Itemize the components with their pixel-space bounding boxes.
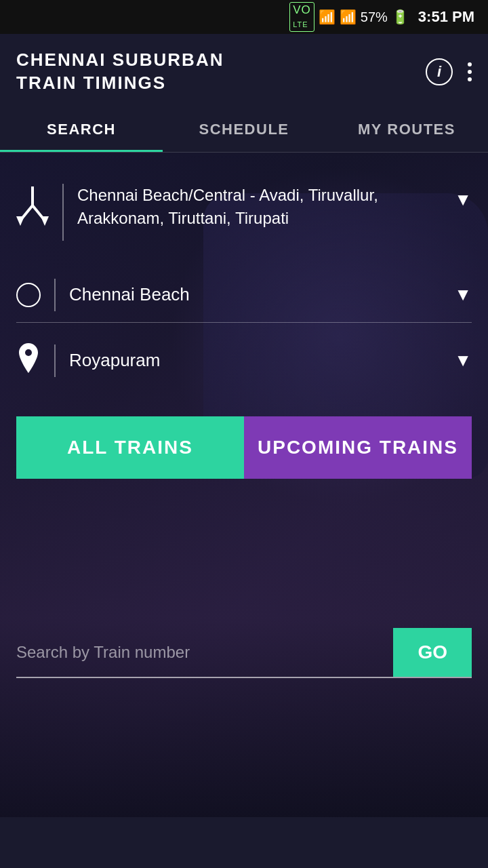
svg-marker-4 — [41, 216, 49, 226]
signal-bars-1: 📶 — [319, 9, 336, 25]
route-divider — [62, 184, 64, 241]
tab-bar: SEARCH SCHEDULE MY ROUTES — [0, 107, 488, 153]
train-number-input[interactable] — [16, 632, 393, 673]
tab-schedule[interactable]: SCHEDULE — [163, 107, 325, 152]
to-station-icon — [16, 343, 41, 378]
app-header: CHENNAI SUBURBAN TRAIN TIMINGS i — [0, 34, 488, 107]
app-title: CHENNAI SUBURBAN TRAIN TIMINGS — [16, 49, 224, 95]
signal-bars-2: 📶 — [340, 9, 357, 25]
dot-2 — [468, 70, 472, 74]
header-actions: i — [426, 58, 472, 85]
more-menu-button[interactable] — [468, 62, 472, 81]
dot-3 — [468, 77, 472, 81]
battery-icon: 🔋 — [392, 9, 409, 25]
upcoming-trains-button[interactable]: UPCOMING TRAINS — [244, 416, 472, 479]
go-button[interactable]: GO — [393, 628, 472, 677]
network-indicator: VOLTE — [289, 2, 314, 32]
time-display: 3:51 PM — [418, 8, 474, 26]
route-selector[interactable]: Chennai Beach/Central - Avadi, Tiruvallu… — [16, 173, 472, 252]
from-station-name: Chennai Beach — [69, 284, 441, 305]
action-buttons: ALL TRAINS UPCOMING TRAINS — [16, 416, 472, 479]
search-panel: Chennai Beach/Central - Avadi, Tiruvallu… — [16, 173, 472, 678]
train-number-search-row: GO — [16, 628, 472, 678]
dot-1 — [468, 62, 472, 66]
route-fork-icon — [16, 186, 49, 241]
tab-my-routes[interactable]: MY ROUTES — [325, 107, 488, 152]
route-text: Chennai Beach/Central - Avadi, Tiruvallu… — [77, 184, 441, 231]
route-dropdown-arrow[interactable]: ▼ — [454, 189, 472, 210]
battery-level: 57% — [361, 9, 388, 25]
from-station-dropdown-arrow[interactable]: ▼ — [454, 284, 472, 305]
info-button[interactable]: i — [426, 58, 453, 85]
from-station-icon — [16, 283, 41, 307]
to-station-row[interactable]: Royapuram ▼ — [16, 343, 472, 389]
to-station-name: Royapuram — [69, 350, 441, 371]
status-icons: VOLTE 📶 📶 57% 🔋 3:51 PM — [289, 2, 474, 32]
svg-marker-3 — [16, 216, 24, 226]
to-station-dropdown-arrow[interactable]: ▼ — [454, 350, 472, 371]
from-divider — [54, 279, 56, 311]
tab-search[interactable]: SEARCH — [0, 107, 163, 152]
status-bar: VOLTE 📶 📶 57% 🔋 3:51 PM — [0, 0, 488, 34]
to-divider — [54, 344, 56, 377]
main-content: Chennai Beach/Central - Avadi, Tiruvallu… — [0, 153, 488, 817]
all-trains-button[interactable]: ALL TRAINS — [16, 416, 244, 479]
from-station-row[interactable]: Chennai Beach ▼ — [16, 279, 472, 323]
